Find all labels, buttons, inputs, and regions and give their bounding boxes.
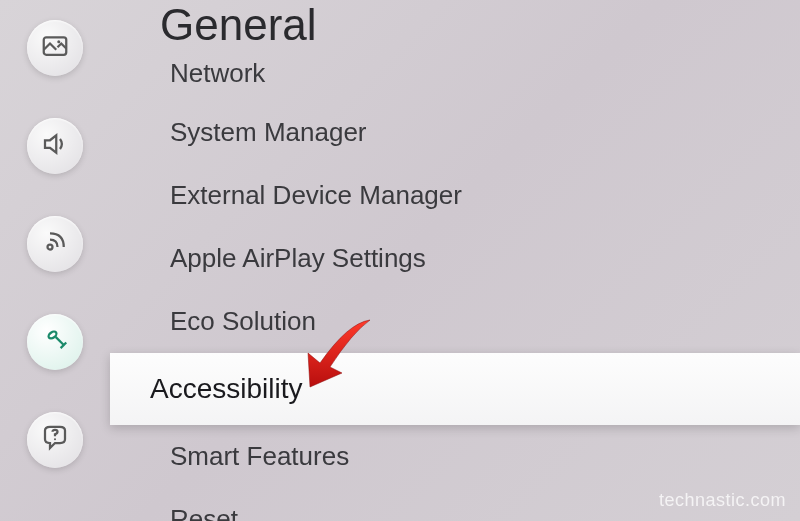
menu-item-label: External Device Manager (170, 180, 462, 210)
menu-item-label: Accessibility (150, 373, 302, 404)
menu-item-label: Smart Features (170, 441, 349, 471)
sidebar-item-general[interactable] (27, 314, 83, 370)
menu-item-accessibility[interactable]: Accessibility (110, 353, 800, 425)
sidebar-item-broadcasting[interactable] (27, 216, 83, 272)
menu-item-network[interactable]: Network (110, 58, 800, 101)
broadcasting-icon (40, 227, 70, 261)
sidebar-item-sound[interactable] (27, 118, 83, 174)
menu-item-system-manager[interactable]: System Manager (110, 101, 800, 164)
general-icon (40, 325, 70, 359)
svg-point-2 (48, 245, 53, 250)
sound-icon (40, 129, 70, 163)
svg-point-4 (54, 438, 56, 440)
menu-item-label: Apple AirPlay Settings (170, 243, 426, 273)
picture-icon (40, 31, 70, 65)
settings-screen: General Network System Manager External … (0, 0, 800, 521)
watermark: technastic.com (659, 490, 786, 511)
sidebar-item-support[interactable] (27, 412, 83, 468)
sidebar (0, 0, 110, 521)
menu-item-eco-solution[interactable]: Eco Solution (110, 290, 800, 353)
svg-point-1 (57, 40, 60, 43)
menu-item-external-device-manager[interactable]: External Device Manager (110, 164, 800, 227)
menu-item-label: Eco Solution (170, 306, 316, 336)
menu-item-label: System Manager (170, 117, 367, 147)
menu-item-apple-airplay-settings[interactable]: Apple AirPlay Settings (110, 227, 800, 290)
main-panel: General Network System Manager External … (110, 0, 800, 521)
menu-item-label: Network (170, 58, 265, 88)
menu-list: Network System Manager External Device M… (110, 58, 800, 521)
support-icon (40, 423, 70, 457)
menu-item-smart-features[interactable]: Smart Features (110, 425, 800, 488)
page-title: General (110, 0, 800, 50)
menu-item-label: Reset (170, 504, 238, 521)
sidebar-item-picture[interactable] (27, 20, 83, 76)
